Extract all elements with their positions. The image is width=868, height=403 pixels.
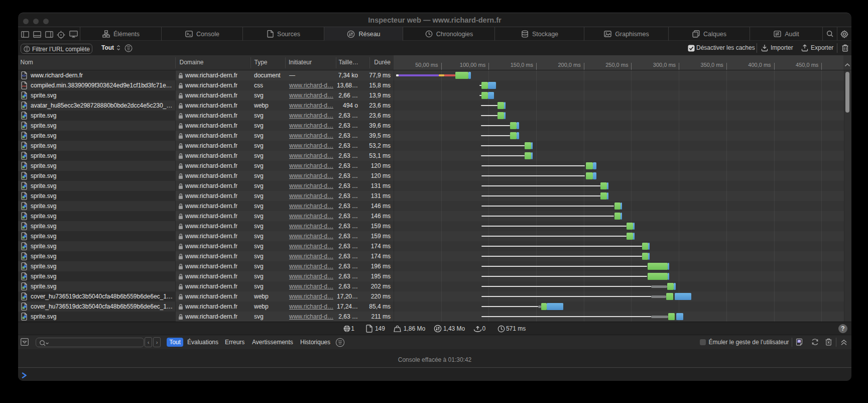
svg-text:JS: JS — [797, 340, 801, 343]
